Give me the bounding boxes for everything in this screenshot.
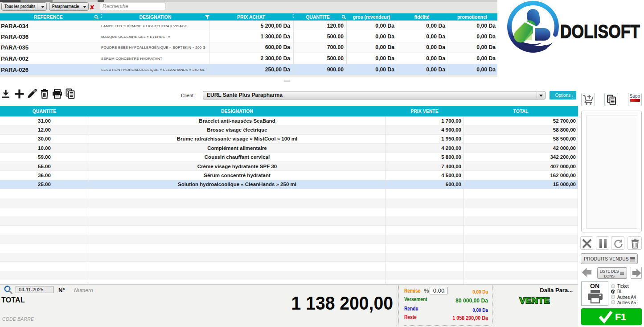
svg-text:VENTE: VENTE <box>520 296 550 305</box>
svg-text:DOLISOFT: DOLISOFT <box>560 21 640 42</box>
